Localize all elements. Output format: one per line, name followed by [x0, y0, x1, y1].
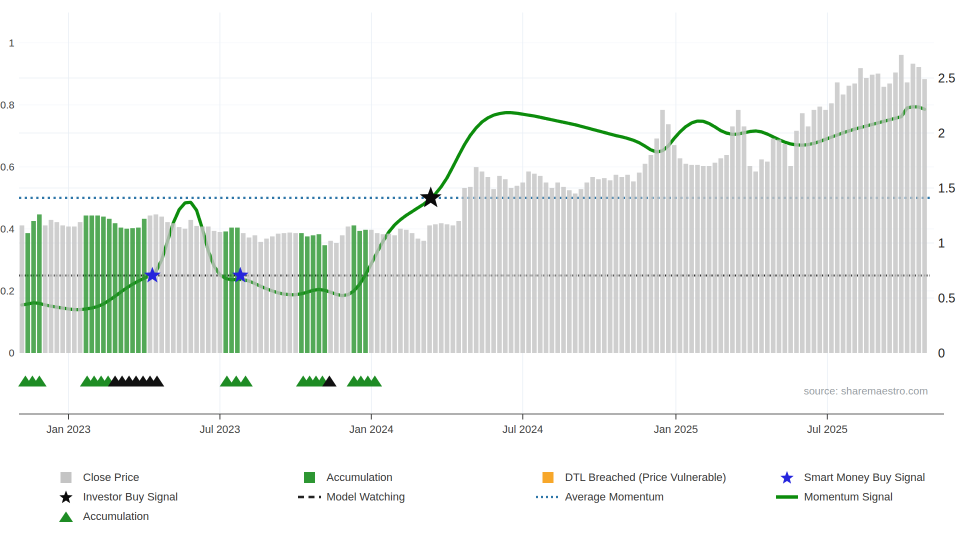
close-price-bar	[276, 234, 280, 353]
close-price-bar	[416, 238, 420, 353]
close-price-bar	[841, 94, 846, 353]
close-price-bar	[718, 158, 723, 353]
close-price-bar	[573, 194, 578, 353]
accumulation-bar	[316, 234, 321, 353]
legend-square-swatch	[535, 471, 561, 484]
close-price-bar	[666, 124, 670, 353]
close-price-bar	[824, 110, 828, 353]
close-price-bar	[252, 236, 257, 353]
close-price-bar	[888, 84, 892, 353]
close-price-bar	[532, 174, 536, 353]
close-price-bar	[905, 82, 910, 353]
accumulation-bar	[363, 230, 368, 353]
close-price-bar	[701, 166, 706, 353]
x-tick-label: Jan 2024	[349, 424, 394, 436]
legend-column: Smart Money Buy SignalMomentum Signal	[774, 471, 925, 504]
right-tick-label: 0	[938, 346, 945, 360]
close-price-bar	[544, 182, 548, 353]
close-price-bar	[334, 243, 338, 353]
accumulation-bar	[311, 236, 316, 353]
close-price-bar	[486, 177, 490, 353]
close-price-bar	[212, 231, 216, 353]
close-price-bar	[846, 86, 851, 353]
close-price-bar	[835, 82, 840, 353]
close-price-bar	[282, 233, 286, 353]
close-price-bar	[899, 55, 904, 353]
accumulation-bar	[118, 228, 123, 353]
close-price-bar	[690, 165, 694, 353]
close-price-bar	[386, 234, 391, 353]
accumulation-bar	[96, 216, 100, 353]
close-price-bar	[771, 138, 776, 353]
accumulation-bar	[124, 228, 129, 353]
close-price-bar	[672, 145, 676, 353]
close-price-bar	[788, 166, 793, 353]
chart-page: Jan 2023Jul 2023Jan 2024Jul 2024Jan 2025…	[0, 0, 980, 551]
left-tick-label: 0.4	[0, 223, 15, 234]
close-price-bar	[177, 227, 182, 353]
close-price-bar	[642, 164, 647, 353]
close-price-bar	[852, 84, 857, 353]
legend-item-dtl-breached: DTL Breached (Price Vulnerable)	[535, 471, 726, 484]
legend-dotted-line-icon	[535, 490, 561, 504]
close-price-bar	[171, 223, 176, 353]
close-price-bar	[608, 180, 612, 353]
accumulation-bar	[101, 216, 106, 353]
close-price-bar	[375, 233, 380, 353]
legend-label: Model Watching	[326, 490, 405, 504]
left-tick-label: 0.8	[0, 99, 15, 110]
accumulation-bar	[113, 223, 118, 353]
legend-label: DTL Breached (Price Vulnerable)	[565, 471, 726, 484]
close-price-bar	[678, 158, 682, 353]
accumulation-bar	[230, 228, 234, 353]
close-price-bar	[916, 67, 921, 353]
accumulation-bar	[107, 219, 112, 353]
close-price-bar	[20, 226, 24, 353]
close-price-bar	[660, 110, 664, 353]
close-price-bar	[462, 188, 466, 353]
close-price-bar	[165, 222, 170, 353]
close-price-bar	[60, 226, 65, 353]
close-price-bar	[864, 78, 868, 353]
close-price-bar	[410, 233, 414, 353]
close-price-bar	[910, 64, 915, 353]
legend-item-close-price: Close Price	[53, 471, 178, 484]
close-price-bar	[439, 223, 444, 353]
close-price-bar	[602, 178, 606, 353]
close-price-bar	[428, 226, 432, 353]
close-price-bar	[392, 236, 397, 353]
price-bars	[20, 55, 927, 353]
close-price-bar	[590, 177, 595, 353]
close-price-bar	[538, 176, 542, 353]
left-tick-label: 0.2	[0, 285, 15, 296]
accumulation-bar	[358, 231, 362, 353]
close-price-bar	[870, 74, 874, 353]
close-price-bar	[736, 110, 740, 353]
close-price-bar	[288, 232, 292, 353]
right-tick-label: 1	[938, 236, 945, 250]
legend-column: AccumulationModel Watching	[296, 471, 405, 504]
close-price-bar	[626, 175, 630, 353]
close-price-bar	[509, 188, 514, 353]
right-tick-label: 2.5	[938, 71, 956, 85]
close-price-bar	[800, 113, 804, 353]
accumulation-bar	[142, 219, 146, 353]
close-price-bar	[578, 189, 583, 353]
accumulation-bar	[305, 236, 310, 353]
green-accumulation-triangle	[238, 376, 253, 386]
legend-solid-line-icon	[774, 490, 800, 504]
legend-triangle-icon	[53, 510, 79, 523]
close-price-bar	[433, 224, 438, 353]
price-momentum-chart: Jan 2023Jul 2023Jan 2024Jul 2024Jan 2025…	[0, 0, 980, 551]
close-price-bar	[818, 106, 822, 353]
close-price-bar	[526, 172, 531, 353]
legend-item-investor-buy-signal: Investor Buy Signal	[53, 490, 178, 504]
accumulation-bar	[299, 233, 304, 353]
legend-label: Average Momentum	[565, 490, 664, 504]
close-price-bar	[264, 238, 268, 353]
close-price-bar	[78, 222, 82, 353]
close-price-bar	[480, 172, 484, 353]
close-price-bar	[492, 189, 496, 353]
close-price-bar	[724, 155, 729, 353]
close-price-bar	[346, 226, 350, 353]
